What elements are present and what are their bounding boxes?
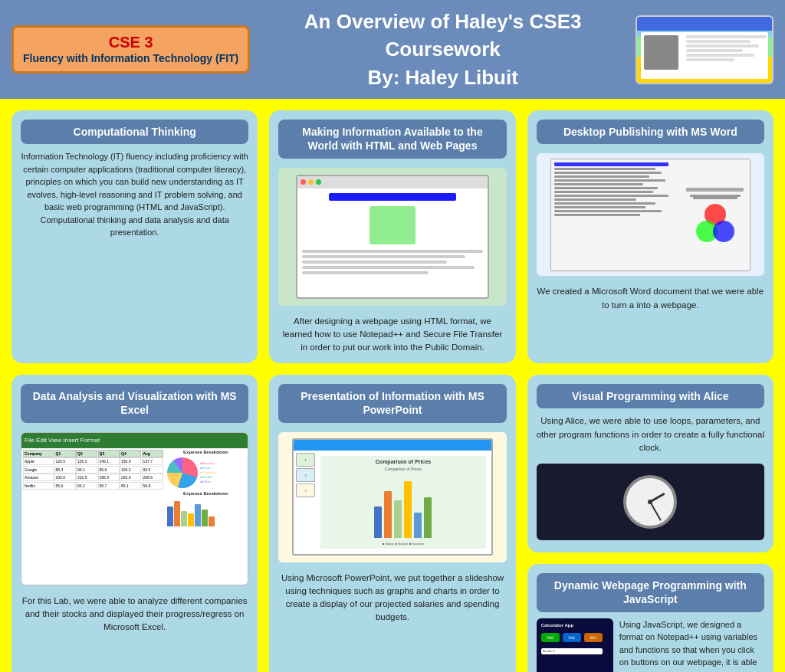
card-js: Dynamic Webpage Programming with JavaScr… xyxy=(527,564,774,672)
card-js-image: Calculator App Add Sub Mul Result: 0 xyxy=(537,618,613,672)
card-excel-body: For this Lab, we were able to analyze di… xyxy=(21,595,248,672)
main-content: Computational Thinking Information Techn… xyxy=(0,99,785,672)
card-ppt: Presentation of Information with MS Powe… xyxy=(269,375,515,672)
card-comp-title: Computational Thinking xyxy=(21,120,248,144)
card-alice-title: Visual Programming with Alice xyxy=(537,384,764,408)
card-excel-title: Data Analysis and Visualization with MS … xyxy=(21,384,248,422)
card-ppt-body: Using Microsoft PowerPoint, we put toget… xyxy=(278,572,506,672)
card-desktop-image xyxy=(537,153,764,276)
card-html: Making Information Available to the Worl… xyxy=(269,110,515,363)
card-excel-image: File Edit View Insert Format Company Q1 … xyxy=(21,432,248,585)
card-html-image xyxy=(278,168,506,306)
header-screenshot xyxy=(636,15,774,84)
card-alice-image xyxy=(537,464,764,540)
card-desktop-title: Desktop Publishing with MS Word xyxy=(537,120,764,144)
clock-image xyxy=(623,475,677,529)
logo-subtitle: Fluency with Information Technology (FIT… xyxy=(23,51,238,65)
card-computational-thinking: Computational Thinking Information Techn… xyxy=(11,110,258,363)
card-js-body: Using JavaScript, we designed a format o… xyxy=(619,618,764,672)
card-html-body: After designing a webpage using HTML for… xyxy=(278,315,506,355)
card-ppt-title: Presentation of Information with MS Powe… xyxy=(278,384,506,422)
card-desktop: Desktop Publishing with MS Word xyxy=(527,110,774,363)
card-alice: Visual Programming with Alice Using Alic… xyxy=(527,375,774,552)
rgb-circles-image xyxy=(696,204,734,242)
card-desktop-body: We created a Microsoft Word document tha… xyxy=(537,285,764,354)
logo: CSE 3 Fluency with Information Technolog… xyxy=(11,25,250,74)
card-js-title: Dynamic Webpage Programming with JavaScr… xyxy=(537,573,764,611)
card-comp-body: Information Technology (IT) fluency incl… xyxy=(21,150,248,354)
page-title: An Overview of Haley's CSE3 Coursework B… xyxy=(261,8,624,91)
card-ppt-image: 1 2 3 Comparison of Prices Comparison of… xyxy=(278,432,506,562)
card-alice-body: Using Alice, we were able to use loops, … xyxy=(537,415,764,454)
card-excel: Data Analysis and Visualization with MS … xyxy=(11,375,258,672)
card-html-title: Making Information Available to the Worl… xyxy=(278,120,506,158)
card-alice-js-wrapper: Visual Programming with Alice Using Alic… xyxy=(527,375,774,672)
header: CSE 3 Fluency with Information Technolog… xyxy=(0,0,785,99)
logo-cse3: CSE 3 xyxy=(23,34,238,51)
